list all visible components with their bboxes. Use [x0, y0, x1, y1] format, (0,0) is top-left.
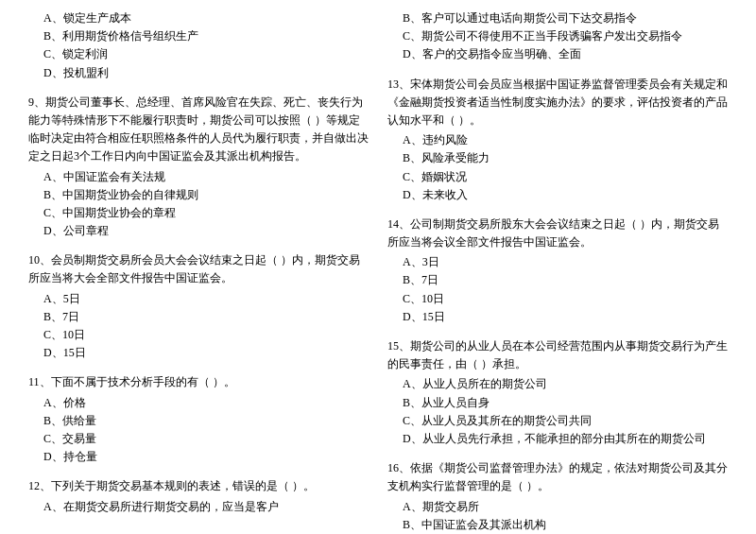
q14-option-b: B、7日 — [403, 271, 728, 289]
q9-option-a: A、中国证监会有关法规 — [43, 168, 369, 186]
q13-option-b: B、风险承受能力 — [403, 149, 728, 167]
q12-option-d: D、客户的交易指令应当明确、全面 — [403, 45, 728, 63]
option-c-cost: C、锁定利润 — [43, 45, 369, 63]
question-block-16: 16、依据《期货公司监督管理办法》的规定，依法对期货公司及其分支机构实行监督管理… — [387, 459, 728, 534]
option-b-cost: B、利用期货价格信号组织生产 — [43, 27, 369, 45]
question-15-text: 15、期货公司的从业人员在本公司经营范围内从事期货交易行为产生的民事责任，由（ … — [387, 337, 728, 373]
q15-option-c: C、从业人员及其所在的期货公司共同 — [403, 412, 728, 430]
q15-option-d: D、从业人员先行承担，不能承担的部分由其所在的期货公司 — [403, 430, 728, 448]
q15-option-a: A、从业人员所在的期货公司 — [403, 375, 728, 393]
page-content: A、锁定生产成本 B、利用期货价格信号组织生产 C、锁定利润 D、投机盟利 9、… — [28, 9, 728, 534]
q15-option-b: B、从业人员自身 — [403, 394, 728, 412]
question-block-12: 12、下列关于期货交易基本规则的表述，错误的是（ ）。 A、在期货交易所进行期货… — [28, 477, 369, 515]
q9-option-b: B、中国期货业协会的自律规则 — [43, 186, 369, 204]
q16-option-a: A、期货交易所 — [403, 498, 728, 516]
right-column: B、客户可以通过电话向期货公司下达交易指令 C、期货公司不得使用不正当手段诱骗客… — [387, 9, 728, 534]
question-14-text: 14、公司制期货交易所股东大会会议结束之日起（ ）内，期货交易所应当将会议全部文… — [387, 215, 728, 251]
q12-option-b: B、客户可以通过电话向期货公司下达交易指令 — [403, 9, 728, 27]
option-d-cost: D、投机盟利 — [43, 64, 369, 82]
q16-option-b: B、中国证监会及其派出机构 — [403, 516, 728, 534]
question-block-15: 15、期货公司的从业人员在本公司经营范围内从事期货交易行为产生的民事责任，由（ … — [387, 337, 728, 448]
q13-option-c: C、婚姻状况 — [403, 168, 728, 186]
q13-option-d: D、未来收入 — [403, 186, 728, 204]
q12-option-c: C、期货公司不得使用不正当手段诱骗客户发出交易指令 — [403, 27, 728, 45]
q11-option-c: C、交易量 — [43, 430, 369, 448]
q9-option-c: C、中国期货业协会的章程 — [43, 204, 369, 222]
question-block-10: 10、会员制期货交易所会员大会会议结束之日起（ ）内，期货交易所应当将大会全部文… — [28, 251, 369, 362]
q11-option-b: B、供给量 — [43, 412, 369, 430]
q13-option-a: A、违约风险 — [403, 131, 728, 149]
question-block-9: 9、期货公司董事长、总经理、首席风险官在失踪、死亡、丧失行为能力等特殊情形下不能… — [28, 94, 369, 241]
question-block-cost: A、锁定生产成本 B、利用期货价格信号组织生产 C、锁定利润 D、投机盟利 — [28, 9, 369, 82]
q11-option-d: D、持仓量 — [43, 448, 369, 466]
q11-option-a: A、价格 — [43, 394, 369, 412]
q10-option-d: D、15日 — [43, 344, 369, 362]
question-block-13: 13、宋体期货公司会员应当根据中国证券监督管理委员会有关规定和《金融期货投资者适… — [387, 76, 728, 204]
option-a-cost: A、锁定生产成本 — [43, 9, 369, 27]
question-11-text: 11、下面不属于技术分析手段的有（ ）。 — [28, 373, 369, 391]
question-13-text: 13、宋体期货公司会员应当根据中国证券监督管理委员会有关规定和《金融期货投资者适… — [387, 76, 728, 130]
q12-option-a: A、在期货交易所进行期货交易的，应当是客户 — [43, 498, 369, 516]
question-9-text: 9、期货公司董事长、总经理、首席风险官在失踪、死亡、丧失行为能力等特殊情形下不能… — [28, 94, 369, 166]
q9-option-d: D、公司章程 — [43, 222, 369, 240]
left-column: A、锁定生产成本 B、利用期货价格信号组织生产 C、锁定利润 D、投机盟利 9、… — [28, 9, 369, 534]
q14-option-c: C、10日 — [403, 290, 728, 308]
question-block-12-cont: B、客户可以通过电话向期货公司下达交易指令 C、期货公司不得使用不正当手段诱骗客… — [387, 9, 728, 64]
question-block-11: 11、下面不属于技术分析手段的有（ ）。 A、价格 B、供给量 C、交易量 D、… — [28, 373, 369, 466]
question-10-text: 10、会员制期货交易所会员大会会议结束之日起（ ）内，期货交易所应当将大会全部文… — [28, 251, 369, 287]
question-12-text: 12、下列关于期货交易基本规则的表述，错误的是（ ）。 — [28, 477, 369, 495]
q10-option-a: A、5日 — [43, 290, 369, 308]
q14-option-d: D、15日 — [403, 308, 728, 326]
question-16-text: 16、依据《期货公司监督管理办法》的规定，依法对期货公司及其分支机构实行监督管理… — [387, 459, 728, 495]
question-block-14: 14、公司制期货交易所股东大会会议结束之日起（ ）内，期货交易所应当将会议全部文… — [387, 215, 728, 326]
q14-option-a: A、3日 — [403, 253, 728, 271]
q10-option-b: B、7日 — [43, 308, 369, 326]
q10-option-c: C、10日 — [43, 326, 369, 344]
